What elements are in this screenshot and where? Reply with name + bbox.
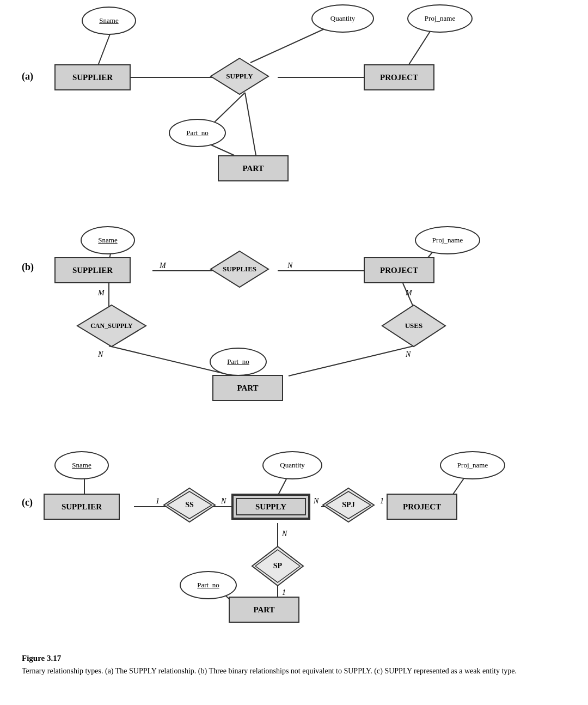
entity-part-a: PART: [218, 155, 289, 181]
caption-text: Ternary relationship types. (a) The SUPP…: [22, 665, 566, 677]
section-label-a: (a): [22, 71, 33, 82]
svg-marker-31: [164, 488, 215, 522]
attr-quantity-c: Quantity: [262, 451, 322, 479]
svg-line-7: [245, 93, 256, 155]
card-n-uses-part: N: [406, 350, 411, 359]
card-1-sp-part: 1: [282, 588, 286, 597]
card-m-supplier-cansupply: M: [98, 289, 105, 297]
entity-project-a: PROJECT: [364, 64, 434, 90]
entity-supply-c: SUPPLY: [231, 494, 310, 520]
entity-supplier-b: SUPPLIER: [54, 257, 131, 283]
card-n-supply-sp: N: [282, 530, 287, 538]
entity-part-b: PART: [212, 375, 283, 401]
card-n-cansupply-part: N: [98, 350, 103, 359]
entity-project-b: PROJECT: [364, 257, 434, 283]
svg-marker-30: [382, 305, 445, 347]
attr-projname-a: Proj_name: [407, 4, 473, 33]
relationship-sp-c: SP: [250, 545, 305, 587]
entity-supplier-c: SUPPLIER: [44, 494, 120, 520]
relationship-uses-b: USES: [381, 304, 446, 348]
attr-sname-a: Sname: [82, 7, 136, 35]
caption-title: Figure 3.17: [22, 654, 566, 663]
relationship-spj-c: SPJ: [321, 487, 376, 524]
attr-partno-c: Part_no: [180, 571, 237, 599]
section-label-c: (c): [22, 497, 33, 508]
card-n-supply-spj: N: [314, 497, 318, 506]
svg-marker-35: [252, 546, 303, 586]
relationship-supply-a: SUPPLY: [210, 57, 270, 95]
svg-marker-29: [77, 305, 146, 347]
figure-caption: Figure 3.17 Ternary relationship types. …: [22, 654, 566, 700]
entity-project-c: PROJECT: [387, 494, 457, 520]
attr-projname-c: Proj_name: [440, 451, 505, 479]
entity-supplier-a: SUPPLIER: [54, 64, 131, 90]
svg-marker-28: [211, 251, 268, 287]
card-1-spj-project: 1: [380, 497, 384, 506]
attr-projname-b: Proj_name: [415, 226, 480, 254]
card-n-ss-supply: N: [221, 497, 226, 506]
relationship-ss-c: SS: [162, 487, 217, 524]
relationship-supplies-b: SUPPLIES: [210, 250, 270, 288]
card-m-project-uses: M: [406, 289, 412, 297]
svg-line-16: [289, 346, 414, 376]
attr-quantity-a: Quantity: [311, 4, 374, 33]
attr-partno-a: Part_no: [169, 119, 226, 147]
attr-partno-b: Part_no: [210, 348, 267, 376]
svg-marker-33: [323, 488, 374, 522]
card-n-supplies-project: N: [287, 262, 292, 270]
attr-sname-c: Sname: [54, 451, 109, 479]
relationship-cansupply-b: CAN_SUPPLY: [76, 304, 147, 348]
svg-line-5: [212, 93, 245, 124]
card-m-supplier-supplies: M: [160, 262, 166, 270]
section-label-b: (b): [22, 262, 34, 273]
card-1-supplier-ss: 1: [156, 497, 160, 506]
attr-sname-b: Sname: [81, 226, 135, 254]
svg-marker-27: [211, 58, 268, 94]
entity-part-c: PART: [229, 597, 299, 623]
